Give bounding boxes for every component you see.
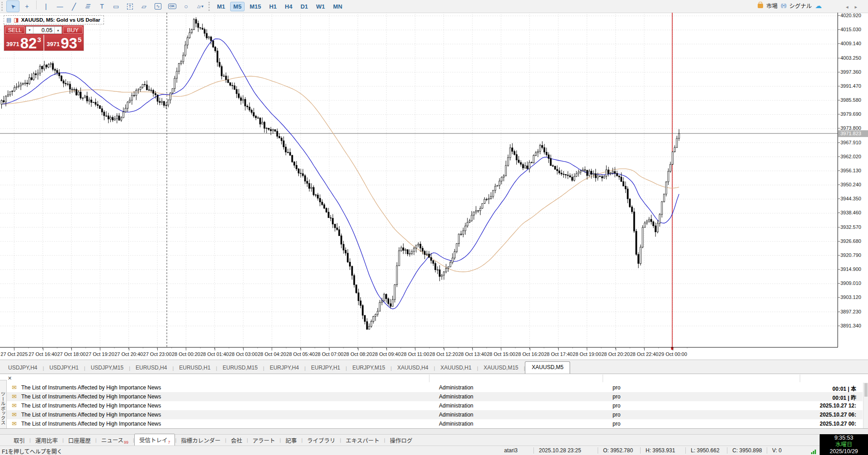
close-toolbox-icon[interactable]: ✕ <box>8 375 12 381</box>
sell-button[interactable]: SELL <box>5 26 25 34</box>
bottom-tab-8[interactable]: 記事 <box>281 435 301 446</box>
chart-tab-XAUUSD-H4[interactable]: XAUUSD,H4 <box>392 362 434 374</box>
column-separator <box>603 374 603 382</box>
bottom-tab-1[interactable]: 運用比率 <box>31 435 62 446</box>
price-tick-label: 3891.340 <box>840 323 861 328</box>
bar-datetime: 2025.10.28 23:25 <box>539 447 581 454</box>
price-tick-label: 3909.010 <box>840 280 861 286</box>
status-bar: F1を押してヘルプを開く atari3 2025.10.28 23:25 O: … <box>0 446 868 455</box>
chart-tab-XAUUSD-H1[interactable]: XAUUSD,H1 <box>435 362 477 374</box>
timeframe-M1[interactable]: M1 <box>214 2 228 11</box>
indicator-window-icon: ∿ <box>155 3 161 9</box>
envelope-icon: ✉ <box>12 420 17 427</box>
buy-button[interactable]: BUY <box>63 26 83 34</box>
timeframe-W1[interactable]: W1 <box>313 2 328 11</box>
inbox-row[interactable]: ✉The List of Instruments Affected by Hig… <box>6 392 863 401</box>
tool-select-cursor[interactable]: ➤ <box>6 0 19 12</box>
tool-shapes-menu[interactable]: △▫ ▾ <box>193 0 207 12</box>
chart-tab-EURUSD-H1[interactable]: EURUSD,H1 <box>174 362 216 374</box>
bottom-tab-7[interactable]: アラート <box>248 435 280 446</box>
crosshair-icon: + <box>25 3 28 9</box>
chart-tab-XAUUSD-M5[interactable]: XAUUSD,M5 <box>525 361 570 374</box>
bottom-tab-5[interactable]: 指標カレンダー <box>176 435 225 446</box>
chart-tab-USDJPY-H1[interactable]: USDJPY,H1 <box>44 362 84 374</box>
tool-horizontal-line[interactable]: — <box>53 0 66 12</box>
buy-price-prefix: 3971 <box>47 41 60 47</box>
bottom-tab-9[interactable]: ライブラリ <box>302 435 340 446</box>
chart-window-title[interactable]: ▤ ◨ XAUUSD, M5: Gold vs US Dollar <box>4 15 104 24</box>
timeframe-M15[interactable]: M15 <box>246 2 264 11</box>
inbox-row[interactable]: ✉The List of Instruments Affected by Hig… <box>6 419 863 428</box>
volume-increase-button[interactable]: ▲ <box>54 27 61 33</box>
tool-text[interactable]: T <box>95 0 108 12</box>
timeframe-M5[interactable]: M5 <box>230 2 245 11</box>
volume-decrease-button[interactable]: ▼ <box>26 27 33 33</box>
time-tick-label: 29 Oct 00:00 <box>656 351 690 357</box>
bottom-tab-6[interactable]: 会社 <box>226 435 247 446</box>
horizontal-scroll-strip[interactable] <box>0 428 868 434</box>
price-tick-label: 3962.020 <box>840 154 861 159</box>
one-click-trading-panel: SELL ▼ 0.05 ▲ BUY 3971 82 3 3971 93 5 <box>4 25 84 51</box>
chart-tab-EURUSD-H4[interactable]: EURUSD,H4 <box>130 362 172 374</box>
tool-text-label[interactable]: T <box>123 0 137 12</box>
horizontal-line-icon: — <box>57 3 63 9</box>
text-label-icon: T <box>127 4 133 9</box>
current-price-label: 3971.823 <box>838 130 868 137</box>
volume-value[interactable]: 0.05 <box>33 27 54 33</box>
trendline-icon: ╱ <box>72 3 76 10</box>
tool-crosshair[interactable]: + <box>20 0 33 12</box>
inbox-row[interactable]: ✉The List of Instruments Affected by Hig… <box>6 383 863 392</box>
signal-label[interactable]: シグナル <box>789 1 812 10</box>
price-chart[interactable] <box>0 13 868 360</box>
price-tick-label: 3956.130 <box>840 168 861 173</box>
bottom-tab-11[interactable]: 操作ログ <box>385 435 417 446</box>
bottom-tab-0[interactable]: 取引 <box>9 435 29 446</box>
bottom-tab-10[interactable]: エキスパート <box>341 435 384 446</box>
chart-tab-USDJPY-H4[interactable]: USDJPY,H4 <box>3 362 42 374</box>
tab-scroll-arrows[interactable]: ◂▸ <box>846 4 863 10</box>
tool-trendline[interactable]: ╱ <box>67 0 80 12</box>
chart-tab-EURJPY-M15[interactable]: EURJPY,M15 <box>347 362 390 374</box>
scrollbar-thumb[interactable] <box>864 383 868 397</box>
timeframe-MN[interactable]: MN <box>330 2 345 11</box>
inbox-subject: The List of Instruments Affected by High… <box>21 421 161 427</box>
inbox-subject: The List of Instruments Affected by High… <box>21 393 161 400</box>
inbox-from: Administration <box>439 403 473 409</box>
inbox-row[interactable]: ✉The List of Instruments Affected by Hig… <box>6 401 863 410</box>
tool-ellipse[interactable]: ○ <box>179 0 193 12</box>
chart-tab-EURJPY-H1[interactable]: EURJPY,H1 <box>306 362 345 374</box>
timeframe-H4[interactable]: H4 <box>282 2 296 11</box>
tool-indicator-window[interactable]: ∿ <box>151 0 165 12</box>
tab-badge: 7 <box>168 440 170 445</box>
price-tick-label: 3997.360 <box>840 69 861 75</box>
tool-price-label[interactable]: ▱ <box>137 0 151 12</box>
timeframe-D1[interactable]: D1 <box>297 2 311 11</box>
bottom-tab-2[interactable]: 口座履歴 <box>64 435 95 446</box>
tool-expert-ok[interactable]: OK <box>165 0 179 12</box>
clock-time: 9:35:53 <box>820 435 868 441</box>
sell-price[interactable]: 3971 82 3 <box>4 35 44 51</box>
price-tick-label: 3932.570 <box>840 224 861 230</box>
tool-equidistant-channel[interactable]: ☰ <box>81 0 94 12</box>
tool-vertical-line[interactable]: | <box>39 0 52 12</box>
market-label[interactable]: 市場 <box>766 1 778 10</box>
select-cursor-icon: ➤ <box>9 3 17 10</box>
buy-price[interactable]: 3971 93 5 <box>45 35 84 51</box>
chart-tab-EURUSD-M15[interactable]: EURUSD,M15 <box>217 362 263 374</box>
price-tick-label: 3979.690 <box>840 111 861 117</box>
bottom-tab-4[interactable]: 受信トレイ7 <box>134 434 175 447</box>
tool-rectangle[interactable]: ▭ <box>109 0 123 12</box>
price-tick-label: 4003.250 <box>840 55 861 61</box>
chart-window-icon: ◨ <box>14 17 19 23</box>
timeframe-H1[interactable]: H1 <box>266 2 280 11</box>
inbox-row[interactable]: ✉The List of Instruments Affected by Hig… <box>6 410 863 419</box>
chart-tab-XAUUSD-M15[interactable]: XAUUSD,M15 <box>478 362 524 374</box>
cloud-icon[interactable]: ☁ <box>815 2 822 10</box>
inbox-scrollbar[interactable] <box>863 383 868 428</box>
chart-tab-USDJPY-M15[interactable]: USDJPY,M15 <box>85 362 129 374</box>
inbox-time: 2025.10.27 12: <box>820 403 856 409</box>
toolbar-grip[interactable] <box>1 2 4 11</box>
toolbar-grip-2[interactable] <box>208 2 211 11</box>
bottom-tab-3[interactable]: ニュース99 <box>97 434 133 446</box>
chart-tab-EURJPY-H4[interactable]: EURJPY,H4 <box>264 362 304 374</box>
